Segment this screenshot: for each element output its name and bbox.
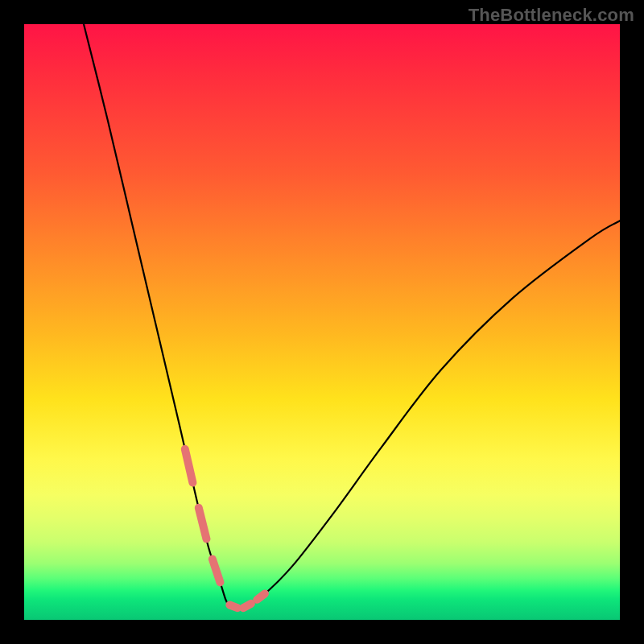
dotted-overlay-right <box>229 593 265 608</box>
overlay-dash <box>199 508 207 539</box>
watermark-text: TheBottleneck.com <box>469 5 634 26</box>
dotted-overlay-left <box>185 449 221 583</box>
bottleneck-curve-line <box>84 24 620 609</box>
overlay-dash <box>243 604 251 608</box>
overlay-dash <box>257 593 265 599</box>
chart-frame: TheBottleneck.com <box>0 0 644 644</box>
overlay-dash <box>229 605 237 609</box>
overlay-dash <box>213 559 221 583</box>
curve-svg <box>24 24 620 620</box>
overlay-dash <box>185 449 193 483</box>
plot-area <box>24 24 620 620</box>
